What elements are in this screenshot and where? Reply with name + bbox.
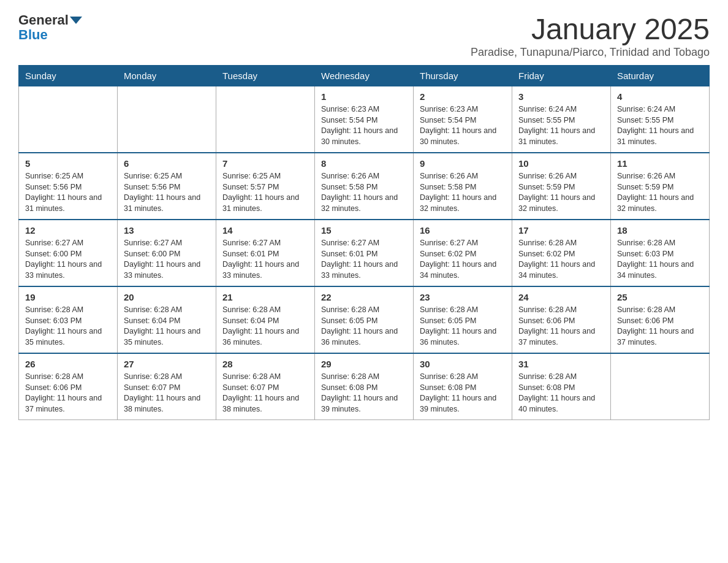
- day-number: 14: [222, 225, 308, 236]
- week-row-2: 5Sunrise: 6:25 AMSunset: 5:56 PMDaylight…: [19, 153, 710, 220]
- calendar-table: SundayMondayTuesdayWednesdayThursdayFrid…: [18, 65, 710, 420]
- day-number: 23: [420, 292, 506, 302]
- day-header-thursday: Thursday: [414, 66, 512, 86]
- day-info: Sunrise: 6:28 AMSunset: 6:06 PMDaylight:…: [518, 305, 604, 348]
- day-info: Sunrise: 6:28 AMSunset: 6:04 PMDaylight:…: [124, 305, 210, 348]
- calendar-cell: 26Sunrise: 6:28 AMSunset: 6:06 PMDayligh…: [19, 353, 118, 420]
- day-info: Sunrise: 6:28 AMSunset: 6:02 PMDaylight:…: [518, 238, 604, 281]
- logo-general-text: General: [18, 12, 69, 28]
- day-info: Sunrise: 6:25 AMSunset: 5:57 PMDaylight:…: [222, 171, 308, 214]
- day-header-friday: Friday: [512, 66, 611, 86]
- calendar-cell: 10Sunrise: 6:26 AMSunset: 5:59 PMDayligh…: [512, 153, 611, 220]
- day-info: Sunrise: 6:25 AMSunset: 5:56 PMDaylight:…: [25, 171, 111, 214]
- day-number: 11: [617, 158, 703, 169]
- calendar-cell: 16Sunrise: 6:27 AMSunset: 6:02 PMDayligh…: [414, 220, 512, 286]
- week-row-1: 1Sunrise: 6:23 AMSunset: 5:54 PMDaylight…: [19, 86, 710, 153]
- day-number: 30: [420, 359, 506, 369]
- calendar-cell: 20Sunrise: 6:28 AMSunset: 6:04 PMDayligh…: [118, 286, 216, 353]
- calendar-cell: 12Sunrise: 6:27 AMSunset: 6:00 PMDayligh…: [19, 220, 118, 286]
- day-info: Sunrise: 6:27 AMSunset: 6:02 PMDaylight:…: [420, 238, 506, 281]
- day-number: 3: [518, 91, 604, 102]
- day-info: Sunrise: 6:27 AMSunset: 6:01 PMDaylight:…: [222, 238, 308, 281]
- day-info: Sunrise: 6:28 AMSunset: 6:04 PMDaylight:…: [222, 305, 308, 348]
- day-number: 28: [222, 359, 308, 369]
- day-number: 6: [124, 158, 210, 169]
- day-number: 7: [222, 158, 308, 169]
- day-number: 8: [321, 158, 407, 169]
- day-info: Sunrise: 6:25 AMSunset: 5:56 PMDaylight:…: [124, 171, 210, 214]
- calendar-cell: [19, 86, 118, 153]
- day-info: Sunrise: 6:27 AMSunset: 6:00 PMDaylight:…: [124, 238, 210, 281]
- calendar-cell: [611, 353, 710, 420]
- calendar-cell: 9Sunrise: 6:26 AMSunset: 5:58 PMDaylight…: [414, 153, 512, 220]
- day-info: Sunrise: 6:26 AMSunset: 5:59 PMDaylight:…: [518, 171, 604, 214]
- day-header-monday: Monday: [118, 66, 216, 86]
- day-number: 4: [617, 91, 703, 102]
- month-title: January 2025: [471, 12, 710, 46]
- day-info: Sunrise: 6:28 AMSunset: 6:07 PMDaylight:…: [124, 372, 210, 415]
- day-number: 12: [25, 225, 111, 236]
- day-info: Sunrise: 6:28 AMSunset: 6:08 PMDaylight:…: [321, 372, 407, 415]
- calendar-cell: 18Sunrise: 6:28 AMSunset: 6:03 PMDayligh…: [611, 220, 710, 286]
- day-info: Sunrise: 6:28 AMSunset: 6:03 PMDaylight:…: [25, 305, 111, 348]
- day-info: Sunrise: 6:27 AMSunset: 6:00 PMDaylight:…: [25, 238, 111, 281]
- calendar-cell: 5Sunrise: 6:25 AMSunset: 5:56 PMDaylight…: [19, 153, 118, 220]
- day-info: Sunrise: 6:28 AMSunset: 6:05 PMDaylight:…: [321, 305, 407, 348]
- day-number: 5: [25, 158, 111, 169]
- calendar-cell: 19Sunrise: 6:28 AMSunset: 6:03 PMDayligh…: [19, 286, 118, 353]
- day-number: 1: [321, 91, 407, 102]
- day-header-tuesday: Tuesday: [216, 66, 315, 86]
- calendar-cell: 22Sunrise: 6:28 AMSunset: 6:05 PMDayligh…: [315, 286, 414, 353]
- day-info: Sunrise: 6:28 AMSunset: 6:08 PMDaylight:…: [518, 372, 604, 415]
- calendar-cell: 23Sunrise: 6:28 AMSunset: 6:05 PMDayligh…: [414, 286, 512, 353]
- calendar-cell: 4Sunrise: 6:24 AMSunset: 5:55 PMDaylight…: [611, 86, 710, 153]
- day-number: 19: [25, 292, 111, 302]
- day-number: 29: [321, 359, 407, 369]
- day-info: Sunrise: 6:23 AMSunset: 5:54 PMDaylight:…: [420, 104, 506, 147]
- day-info: Sunrise: 6:24 AMSunset: 5:55 PMDaylight:…: [518, 104, 604, 147]
- day-number: 27: [124, 359, 210, 369]
- calendar-cell: 31Sunrise: 6:28 AMSunset: 6:08 PMDayligh…: [512, 353, 611, 420]
- calendar-cell: 2Sunrise: 6:23 AMSunset: 5:54 PMDaylight…: [414, 86, 512, 153]
- title-area: January 2025 Paradise, Tunapuna/Piarco, …: [471, 12, 710, 59]
- day-info: Sunrise: 6:28 AMSunset: 6:05 PMDaylight:…: [420, 305, 506, 348]
- day-number: 25: [617, 292, 703, 302]
- day-info: Sunrise: 6:28 AMSunset: 6:06 PMDaylight:…: [617, 305, 703, 348]
- day-number: 16: [420, 225, 506, 236]
- calendar-cell: 30Sunrise: 6:28 AMSunset: 6:08 PMDayligh…: [414, 353, 512, 420]
- calendar-cell: 7Sunrise: 6:25 AMSunset: 5:57 PMDaylight…: [216, 153, 315, 220]
- day-number: 17: [518, 225, 604, 236]
- day-info: Sunrise: 6:26 AMSunset: 5:58 PMDaylight:…: [420, 171, 506, 214]
- calendar-cell: 28Sunrise: 6:28 AMSunset: 6:07 PMDayligh…: [216, 353, 315, 420]
- calendar-cell: 27Sunrise: 6:28 AMSunset: 6:07 PMDayligh…: [118, 353, 216, 420]
- day-header-wednesday: Wednesday: [315, 66, 414, 86]
- subtitle: Paradise, Tunapuna/Piarco, Trinidad and …: [471, 46, 710, 59]
- day-number: 21: [222, 292, 308, 302]
- day-info: Sunrise: 6:26 AMSunset: 5:59 PMDaylight:…: [617, 171, 703, 214]
- header: General Blue January 2025 Paradise, Tuna…: [18, 12, 710, 59]
- day-headers-row: SundayMondayTuesdayWednesdayThursdayFrid…: [19, 66, 710, 86]
- day-info: Sunrise: 6:24 AMSunset: 5:55 PMDaylight:…: [617, 104, 703, 147]
- day-info: Sunrise: 6:28 AMSunset: 6:06 PMDaylight:…: [25, 372, 111, 415]
- day-number: 15: [321, 225, 407, 236]
- calendar-cell: 17Sunrise: 6:28 AMSunset: 6:02 PMDayligh…: [512, 220, 611, 286]
- day-header-saturday: Saturday: [611, 66, 710, 86]
- calendar-cell: [118, 86, 216, 153]
- calendar-cell: 6Sunrise: 6:25 AMSunset: 5:56 PMDaylight…: [118, 153, 216, 220]
- day-number: 24: [518, 292, 604, 302]
- logo-blue-text: Blue: [18, 27, 48, 43]
- calendar-cell: 13Sunrise: 6:27 AMSunset: 6:00 PMDayligh…: [118, 220, 216, 286]
- week-row-4: 19Sunrise: 6:28 AMSunset: 6:03 PMDayligh…: [19, 286, 710, 353]
- day-header-sunday: Sunday: [19, 66, 118, 86]
- day-number: 9: [420, 158, 506, 169]
- day-number: 13: [124, 225, 210, 236]
- day-number: 31: [518, 359, 604, 369]
- calendar-cell: 29Sunrise: 6:28 AMSunset: 6:08 PMDayligh…: [315, 353, 414, 420]
- day-number: 10: [518, 158, 604, 169]
- week-row-3: 12Sunrise: 6:27 AMSunset: 6:00 PMDayligh…: [19, 220, 710, 286]
- calendar-cell: 14Sunrise: 6:27 AMSunset: 6:01 PMDayligh…: [216, 220, 315, 286]
- calendar-cell: 15Sunrise: 6:27 AMSunset: 6:01 PMDayligh…: [315, 220, 414, 286]
- calendar-cell: 24Sunrise: 6:28 AMSunset: 6:06 PMDayligh…: [512, 286, 611, 353]
- day-number: 2: [420, 91, 506, 102]
- calendar-cell: 1Sunrise: 6:23 AMSunset: 5:54 PMDaylight…: [315, 86, 414, 153]
